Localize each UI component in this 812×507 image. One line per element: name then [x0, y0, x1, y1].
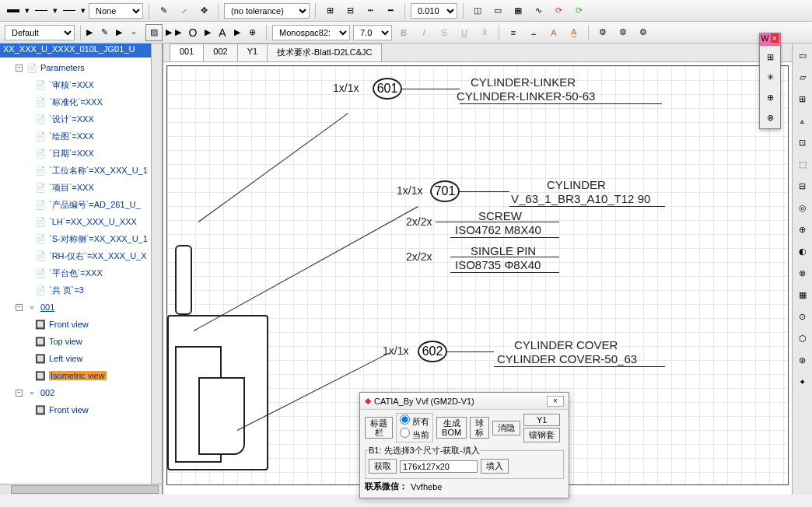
collapse-icon[interactable]: − — [16, 304, 23, 311]
radio-all[interactable]: 所有 — [400, 417, 429, 426]
dialog-titlebar[interactable]: ◆ CATIA_By Vvf (GM2D-V1) × — [360, 393, 569, 410]
over-icon[interactable]: x̄ — [476, 24, 493, 41]
collapse-icon[interactable]: − — [16, 65, 23, 72]
float-palette[interactable]: W× ⊞ ✳ ⊕ ⊗ — [759, 33, 781, 129]
rtool-9[interactable]: ⊕ — [794, 221, 811, 238]
radio-cur[interactable]: 当前 — [400, 430, 429, 439]
rtool-13[interactable]: ⊙ — [794, 308, 811, 325]
play-icon[interactable]: ▶ — [234, 27, 240, 37]
value1-combo[interactable]: 0.010 — [411, 3, 457, 19]
tree-root[interactable]: XX_XXX_U_XXXX_010L_JG01_U — [0, 44, 162, 58]
fontsize-combo[interactable]: 7.0 — [353, 25, 392, 40]
rtool-2[interactable]: ▱ — [794, 68, 811, 86]
hatch-icon[interactable]: ▨ — [145, 24, 163, 41]
eyedrop-icon[interactable]: ⟋ — [175, 2, 192, 19]
pal-2[interactable]: ✳ — [761, 68, 779, 86]
rtool-14[interactable]: ⬡ — [794, 330, 811, 347]
tree-param-1[interactable]: 📄`标准化`=XXX — [0, 93, 162, 110]
play-icon[interactable]: ▶ — [175, 27, 181, 37]
tree-sheet-001[interactable]: − ▫ 001 — [0, 299, 162, 316]
tree-view-1[interactable]: 🔲Top view — [0, 333, 162, 350]
tolerance-combo[interactable]: (no tolerance) — [224, 3, 310, 19]
rtool-6[interactable]: ⬚ — [794, 156, 811, 173]
pen-icon[interactable]: ✎ — [96, 24, 113, 41]
btn-fill[interactable]: 填入 — [481, 459, 509, 474]
play-icon[interactable]: ▶ — [86, 27, 93, 37]
btn-y1[interactable]: Y1 — [523, 414, 560, 426]
tab-tech[interactable]: 技术要求-Blatt-D2LC&JC — [267, 44, 382, 61]
tab-y1[interactable]: Y1 — [237, 44, 268, 61]
dims-input[interactable] — [400, 460, 478, 473]
bold-icon[interactable]: B — [395, 24, 412, 41]
tree-param-12[interactable]: 📄`共 页`=3 — [0, 281, 162, 299]
btn-titlebar[interactable]: 标题 栏 — [365, 417, 393, 439]
gear2-icon[interactable]: ⚙ — [614, 24, 632, 41]
tab-001[interactable]: 001 — [170, 44, 204, 61]
tree-view-3[interactable]: 🔲Isometric view — [0, 367, 162, 384]
tree-view-front2[interactable]: 🔲 Front view — [0, 401, 162, 418]
tree-parameters[interactable]: − 📄 Parameters — [0, 59, 162, 76]
dim-icon[interactable]: ⊞ — [321, 2, 338, 19]
rtool-3[interactable]: ⊞ — [794, 90, 811, 107]
font-combo[interactable]: Monospac82: — [272, 25, 350, 40]
grid-icon[interactable]: ▦ — [509, 2, 527, 19]
align-top-icon[interactable]: ⫠ — [525, 24, 542, 41]
text-icon[interactable]: A — [214, 24, 231, 41]
anchor2-icon[interactable]: A̲ — [565, 24, 583, 41]
rtool-5[interactable]: ⊡ — [794, 134, 811, 151]
btn-get[interactable]: 获取 — [369, 459, 397, 474]
rtool-7[interactable]: ⊟ — [794, 177, 811, 194]
tab-002[interactable]: 002 — [203, 44, 237, 61]
rtool-15[interactable]: ⊛ — [794, 351, 811, 369]
box-icon[interactable]: ▭ — [489, 2, 506, 19]
rtool-8[interactable]: ◎ — [794, 199, 811, 216]
play-icon[interactable]: ▶ — [205, 27, 211, 37]
gear-icon[interactable]: ⚙ — [594, 24, 611, 41]
tree-param-8[interactable]: 📄`LH`=XX_XXX_U_XXX — [0, 213, 162, 230]
style-combo[interactable]: Default — [5, 25, 75, 40]
rtool-11[interactable]: ⊗ — [794, 264, 811, 281]
tree-param-10[interactable]: 📄`RH-仅右`=XX_XXX_U_X — [0, 247, 162, 264]
rtool-16[interactable]: ✦ — [794, 373, 811, 390]
rtool-12[interactable]: ▦ — [794, 286, 811, 303]
btn-hide[interactable]: 消隐 — [492, 421, 520, 435]
match-icon[interactable]: ✥ — [195, 2, 212, 19]
under-icon[interactable]: U — [456, 24, 473, 41]
tree-param-11[interactable]: 📄`平台色`=XXX — [0, 264, 162, 281]
pal-3[interactable]: ⊕ — [761, 88, 779, 107]
refresh-icon[interactable]: ⟳ — [570, 2, 587, 19]
rtool-10[interactable]: ◐ — [794, 243, 811, 260]
line-thin-icon[interactable] — [33, 2, 50, 19]
line-thick-icon[interactable] — [5, 2, 22, 19]
measure-icon[interactable]: ◫ — [469, 2, 486, 19]
play-icon[interactable]: ▶ — [116, 27, 122, 37]
curve-icon[interactable]: ∿ — [530, 2, 547, 19]
tree-param-2[interactable]: 📄`设计`=XXX — [0, 110, 162, 128]
line-med-icon[interactable] — [61, 2, 78, 19]
close-icon[interactable]: × — [547, 396, 564, 407]
tree-scrollbar-v[interactable] — [151, 44, 162, 484]
pencil-icon[interactable]: ✎ — [155, 2, 172, 19]
italic-icon[interactable]: I — [415, 24, 432, 41]
tree-view-2[interactable]: 🔲Left view — [0, 350, 162, 367]
tree-param-4[interactable]: 📄`日期`=XXX — [0, 145, 162, 162]
circle-icon[interactable]: O — [184, 24, 201, 41]
tree-sheet-002[interactable]: − ▫ 002 — [0, 384, 162, 401]
page-icon[interactable]: ▫ — [125, 24, 142, 41]
collapse-icon[interactable]: − — [16, 390, 23, 397]
tree-scrollbar-h[interactable] — [0, 484, 162, 495]
tree-param-5[interactable]: 📄`工位名称`=XX_XXX_U_1 — [0, 162, 162, 179]
anchor-icon[interactable]: A — [545, 24, 562, 41]
tree-param-7[interactable]: 📄`产品编号`=AD_261_U_ — [0, 196, 162, 213]
combo-none[interactable]: None — [89, 3, 143, 19]
misc-icon[interactable]: ⊕ — [243, 24, 261, 41]
tree-param-3[interactable]: 📄`绘图`=XXX — [0, 128, 162, 145]
btn-insert[interactable]: 镶钢套 — [523, 428, 560, 442]
dash-icon[interactable]: ┅ — [362, 2, 379, 19]
pal-4[interactable]: ⊗ — [761, 108, 779, 127]
update-icon[interactable]: ⟳ — [550, 2, 567, 19]
rtool-1[interactable]: ▭ — [794, 47, 811, 64]
align-l-icon[interactable]: ≡ — [505, 24, 522, 41]
tree-view-0[interactable]: 🔲Front view — [0, 316, 162, 333]
strike-icon[interactable]: S — [436, 24, 453, 41]
